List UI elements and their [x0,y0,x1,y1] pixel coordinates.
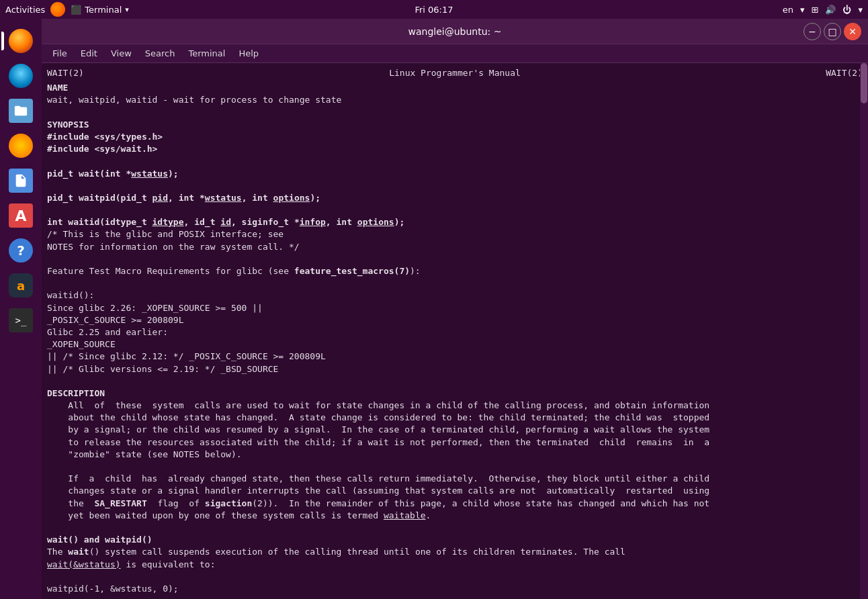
writer-icon [9,169,33,193]
sidebar-item-font[interactable]: A [5,200,36,231]
sidebar-item-thunderbird[interactable] [5,60,36,91]
network-icon: ⊞ [812,5,819,15]
thunderbird-icon [9,64,33,88]
power-icon: ⏻ [842,5,851,15]
feature-test-line: Feature Test Macro Requirements for glib… [47,265,863,277]
synopsis-waitid-line: int waitid(idtype_t idtype, id_t id, sig… [47,216,863,228]
name-section: NAME wait, waitpid, waitid - wait for pr… [47,82,863,106]
synopsis-comment1: /* This is the glibc and POSIX interface… [47,228,863,240]
terminal-task[interactable]: ⬛ Terminal ▾ [71,5,128,15]
sidebar-item-firefox[interactable] [5,26,36,56]
locale-dropdown[interactable]: ▾ [800,5,805,15]
man-header-left: WAIT(2) [47,67,84,79]
terminal-tab-arrow[interactable]: ▾ [125,5,129,14]
sidebar-item-writer[interactable] [5,165,36,196]
system-bar: Activities ⬛ Terminal ▾ Fri 06:17 en ▾ ⊞… [0,0,868,19]
terminal-content-area[interactable]: WAIT(2) Linux Programmer's Manual WAIT(2… [42,63,868,599]
name-label: NAME [47,83,68,93]
man-header-center: Linux Programmer's Manual [389,67,521,79]
menu-view[interactable]: View [105,47,137,60]
include1: #include <sys/types.h> [47,132,163,142]
terminal-window: wanglei@ubuntu: ~ − □ ✕ File Edit View S… [42,19,868,599]
waitid-bsd: || /* Glibc versions <= 2.19: */ _BSD_SO… [47,363,863,375]
wait-desc-line: The wait() system call suspends executio… [47,546,863,558]
description-para1: All of these system calls are used to wa… [47,400,863,461]
waitid-glibc226: Since glibc 2.26: _XOPEN_SOURCE >= 500 |… [47,302,863,314]
maximize-button[interactable]: □ [824,23,841,40]
sidebar-item-files[interactable] [5,95,36,126]
window-controls: − □ ✕ [804,23,861,40]
sidebar: A ? a >_ [0,19,42,599]
rhythmbox-icon [9,134,33,158]
terminal-title: wanglei@ubuntu: ~ [408,26,502,37]
wait-waitpid-section: wait() and waitpid() The wait() system c… [47,534,863,595]
description-label: DESCRIPTION [47,388,105,398]
description-section: DESCRIPTION All of these system calls ar… [47,387,863,522]
sidebar-item-amazon[interactable]: a [5,270,36,301]
sidebar-item-terminal[interactable]: >_ [5,305,36,336]
waitid-requirements: waitid(): Since glibc 2.26: _XOPEN_SOURC… [47,289,863,375]
system-bar-clock: Fri 06:17 [415,5,453,15]
help-icon: ? [9,238,33,263]
terminal-icon-small: ⬛ [71,5,81,15]
firefox-taskbar-icon[interactable] [50,2,65,17]
terminal-menubar: File Edit View Search Terminal Help [42,44,868,63]
scrollbar-thumb[interactable] [861,63,867,103]
terminal-titlebar: wanglei@ubuntu: ~ − □ ✕ [42,19,868,44]
waitid-glibc225: Glibc 2.25 and earlier: [47,326,863,338]
close-button[interactable]: ✕ [844,23,861,40]
man-page-header: WAIT(2) Linux Programmer's Manual WAIT(2… [47,67,863,79]
name-description: wait, waitpid, waitid - wait for process… [47,94,863,106]
volume-icon: 🔊 [825,5,836,15]
waitpid-call-line: waitpid(-1, &wstatus, 0); [47,583,863,595]
synopsis-label: SYNOPSIS [47,120,89,130]
menu-terminal[interactable]: Terminal [183,47,230,60]
menu-search[interactable]: Search [140,47,181,60]
menu-file[interactable]: File [47,47,73,60]
font-icon: A [9,203,33,228]
system-menu-arrow[interactable]: ▾ [858,5,863,15]
waitid-since212: || /* Since glibc 2.12: */ _POSIX_C_SOUR… [47,351,863,363]
amazon-icon: a [9,273,33,297]
scrollbar-track[interactable] [860,63,868,599]
synopsis-comment2: NOTES for information on the raw system … [47,241,863,253]
firefox-icon [9,29,33,53]
synopsis-wait-line: pid_t wait(int *wstatus); [47,168,863,180]
wait-equiv-line: wait(&wstatus) is equivalent to: [47,559,863,571]
locale-indicator[interactable]: en [783,5,793,15]
sidebar-item-rhythmbox[interactable] [5,130,36,161]
waitid-xopen: _XOPEN_SOURCE [47,338,863,351]
man-header-right: WAIT(2) [826,67,863,79]
menu-help[interactable]: Help [233,47,264,60]
waitid-label: waitid(): [47,289,863,302]
description-para2: If a child has already changed state, th… [47,473,863,522]
wait-waitpid-label: wait() and waitpid() [47,535,153,545]
minimize-button[interactable]: − [804,23,821,40]
synopsis-section: SYNOPSIS #include <sys/types.h> #include… [47,119,863,253]
terminal-tab-label[interactable]: Terminal [85,5,122,15]
system-bar-right: en ▾ ⊞ 🔊 ⏻ ▾ [783,5,863,15]
synopsis-waitpid-line: pid_t waitpid(pid_t pid, int *wstatus, i… [47,192,863,204]
activities-button[interactable]: Activities [5,5,45,15]
system-bar-left: Activities ⬛ Terminal ▾ [5,2,129,17]
terminal-sidebar-icon: >_ [9,308,33,332]
waitid-posix: _POSIX_C_SOURCE >= 200809L [47,314,863,326]
menu-edit[interactable]: Edit [75,47,103,60]
files-icon [9,99,33,123]
include2: #include <sys/wait.h> [47,144,157,154]
sidebar-item-help[interactable]: ? [5,235,36,266]
